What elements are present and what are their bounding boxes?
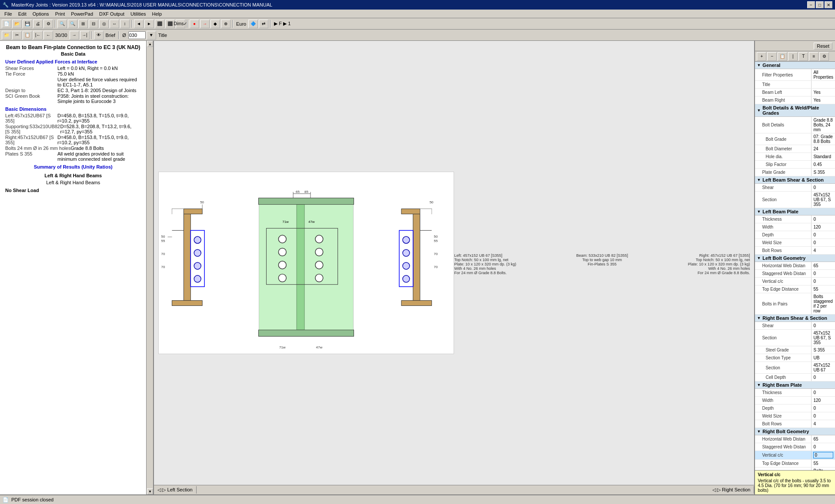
label-note xyxy=(5,77,57,87)
tb-btn-5[interactable]: ⚙ xyxy=(43,20,53,28)
left-section-btn[interactable]: ◁ ▷ Left Section xyxy=(154,486,196,494)
record-label: Ø xyxy=(121,33,127,38)
label-design: Design to xyxy=(5,88,57,93)
tb-btn-11[interactable]: ↔ xyxy=(110,20,119,28)
svg-text:50: 50 xyxy=(430,200,434,204)
record-number-input[interactable] xyxy=(128,31,146,39)
section-left-plate[interactable]: ▼ Left Beam Plate xyxy=(755,208,835,216)
red-dot-button[interactable]: ● xyxy=(190,20,199,28)
tb-btn-10[interactable]: ◎ xyxy=(99,20,109,28)
left-caption: Left: 457x152 UB 67 [S355] Top Notch: 50… xyxy=(454,253,541,275)
svg-point-6 xyxy=(194,262,201,269)
prop-btn-1[interactable]: + xyxy=(757,52,766,61)
svg-rect-41 xyxy=(413,214,420,301)
new-button[interactable]: 📄 xyxy=(2,20,11,28)
menu-print[interactable]: Print xyxy=(53,10,68,17)
svg-point-27 xyxy=(315,235,323,243)
vertical-cc-input[interactable] xyxy=(813,452,833,458)
section-dimensions: Basic Dimensions xyxy=(5,106,141,112)
menu-dxf-output[interactable]: DXF Output xyxy=(97,10,127,17)
tb-btn-9[interactable]: ⊟ xyxy=(89,20,98,28)
reset-button[interactable]: Reset xyxy=(814,43,832,50)
center-bottom-bar: ◁ ▷ Left Section ◁ ▷ Right Section xyxy=(154,485,754,494)
scroll-down[interactable]: ▼ xyxy=(147,488,153,494)
prop-right-cell-depth: Cell Depth 0 xyxy=(755,374,835,381)
zoom-out-button[interactable]: 🔍 xyxy=(68,20,77,28)
svg-rect-8 xyxy=(172,209,184,231)
tb2-btn-nav-end[interactable]: →| xyxy=(80,31,90,40)
prop-btn-2[interactable]: − xyxy=(767,52,777,61)
close-button[interactable]: ✕ xyxy=(825,1,832,8)
svg-rect-42 xyxy=(401,301,432,306)
tb2-btn-4[interactable]: |← xyxy=(33,31,43,40)
tb-btn-13[interactable]: ◄ xyxy=(134,20,144,28)
window-controls[interactable]: − □ ✕ xyxy=(807,1,832,8)
tb-btn-4[interactable]: 🖨 xyxy=(33,20,43,28)
prop-btn-6[interactable]: ≡ xyxy=(809,52,818,61)
prop-btn-3[interactable]: 📋 xyxy=(778,52,787,61)
toolbar-1: 📄 📂 💾 🖨 ⚙ 🔍 🔍 ⊞ ⊟ ◎ ↔ ↕ ◄ ► ⬛ ⬛ Dims✓ ● … xyxy=(0,18,835,30)
prop-right-horiz: Horizontal Web Distan 65 xyxy=(755,435,835,443)
prop-bolt-dia: Bolt Diameter 24 xyxy=(755,145,835,153)
svg-text:50: 50 xyxy=(434,235,438,239)
menu-utilities[interactable]: Utilities xyxy=(128,10,148,17)
maximize-button[interactable]: □ xyxy=(816,1,824,8)
tb2-btn-3[interactable]: 📋 xyxy=(23,31,32,40)
row-sci: SCI Green Book P358: Joints in steel con… xyxy=(5,93,141,104)
menu-edit[interactable]: Edit xyxy=(16,10,29,17)
tb-btn-22[interactable]: 🔷 xyxy=(248,20,258,28)
separator-1 xyxy=(55,20,56,28)
zoom-in-button[interactable]: 🔍 xyxy=(57,20,67,28)
tb2-btn-1[interactable]: 📁 xyxy=(2,31,11,40)
section-general[interactable]: ▼ General xyxy=(755,62,835,69)
section-left-shear[interactable]: ▼ Left Beam Shear & Section xyxy=(755,176,835,184)
zoom-fit-button[interactable]: ⊞ xyxy=(78,20,88,28)
tb-btn-14[interactable]: ► xyxy=(144,20,154,28)
status-text: PDF session closed xyxy=(11,497,53,502)
menu-file[interactable]: File xyxy=(2,10,15,17)
doc-subtitle: Basic Data xyxy=(5,51,141,56)
tb2-btn-nav-right[interactable]: → xyxy=(70,31,79,40)
prop-btn-5[interactable]: T xyxy=(798,52,808,61)
menu-options[interactable]: Options xyxy=(30,10,52,17)
section-left-bolt-geo[interactable]: ▼ Left Bolt Geometry xyxy=(755,255,835,262)
menu-powerpad[interactable]: PowerPad xyxy=(68,10,96,17)
tb2-btn-view[interactable]: 👁 xyxy=(94,31,104,40)
section-bolt-details[interactable]: ▼ Bolt Details & Weld/Plate Grades xyxy=(755,104,835,117)
menu-help[interactable]: Help xyxy=(150,10,165,17)
section-right-bolt-geo[interactable]: ▼ Right Bolt Geometry xyxy=(755,428,835,435)
right-section-btn[interactable]: ◁ ▷ Right Section xyxy=(709,486,755,494)
minimize-button[interactable]: − xyxy=(807,1,815,8)
tb2-btn-5[interactable]: ← xyxy=(43,31,53,40)
left-scrollbar[interactable]: ▲ ▼ xyxy=(146,41,153,494)
open-button[interactable]: 📂 xyxy=(12,20,22,28)
svg-text:55: 55 xyxy=(161,239,165,243)
svg-rect-1 xyxy=(184,214,191,301)
separator-5 xyxy=(270,20,271,28)
tb-btn-15[interactable]: ⬛ xyxy=(155,20,164,28)
svg-rect-21 xyxy=(259,205,354,330)
svg-point-46 xyxy=(403,262,410,269)
label-shear: Shear Forces xyxy=(5,66,57,71)
save-button[interactable]: 💾 xyxy=(23,20,32,28)
section-right-shear[interactable]: ▼ Right Beam Shear & Section xyxy=(755,315,835,322)
prop-btn-7[interactable]: ⚙ xyxy=(819,52,829,61)
value-sci: P358: Joints in steel construction: Simp… xyxy=(57,93,141,104)
value-support-beam: D=528.3, B=208.8, T=13.2, t=9.6, r=12.7,… xyxy=(60,124,141,134)
scroll-up[interactable]: ▲ xyxy=(147,41,153,47)
footer-title: Vertical c/c xyxy=(758,472,832,477)
tb2-btn-2[interactable]: ✂ xyxy=(12,31,22,40)
tb-btn-12[interactable]: ↕ xyxy=(120,20,130,28)
center-caption: Beam: 533x210 UB 82 [S355] Top to web ga… xyxy=(563,253,641,275)
tb-btn-19[interactable]: ◆ xyxy=(210,20,220,28)
dims-button[interactable]: Dims✓ xyxy=(176,20,185,28)
prop-btn-4[interactable]: | xyxy=(788,52,798,61)
tb-btn-23[interactable]: ⇄ xyxy=(259,20,268,28)
row-note: User defined tie force values required t… xyxy=(5,77,141,87)
tb2-btn-go[interactable]: ▼ xyxy=(147,31,156,40)
section-right-plate[interactable]: ▼ Right Beam Plate xyxy=(755,381,835,389)
svg-text:71w: 71w xyxy=(283,220,289,224)
drawing-area-container: 50 50 55 70 70 xyxy=(154,41,754,485)
tb-btn-20[interactable]: ⊕ xyxy=(221,20,230,28)
red-arrow-button[interactable]: → xyxy=(200,20,210,28)
